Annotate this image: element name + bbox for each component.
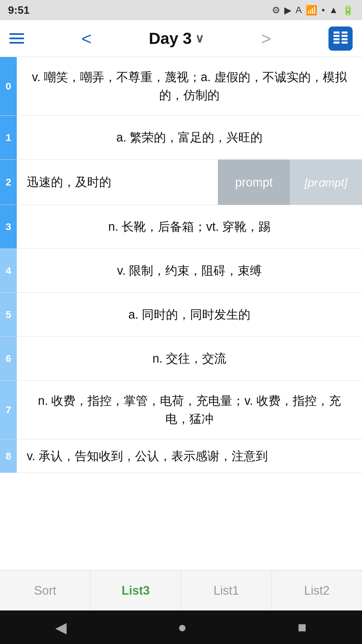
word-row[interactable]: 4 v. 限制，约束，阻碍，束缚: [0, 249, 362, 293]
battery-icon: 🔋: [342, 5, 354, 16]
signal-icon: ▲: [329, 5, 338, 15]
word-list: 0 v. 嘲笑，嘲弄，不尊重，蔑视；a. 虚假的，不诚实的，模拟的，仿制的 1 …: [0, 57, 362, 570]
chevron-down-icon: ∨: [195, 32, 204, 46]
word-index-1: 1: [0, 116, 17, 159]
svg-rect-5: [342, 35, 348, 37]
word-definition-3: n. 长靴，后备箱；vt. 穿靴，踢: [17, 205, 362, 249]
word-row[interactable]: 3 n. 长靴，后备箱；vt. 穿靴，踢: [0, 205, 362, 249]
status-icons: ⚙ ▶ A 📶 • ▲ 🔋: [272, 5, 354, 16]
popup-word-text: prompt: [218, 160, 290, 205]
back-button[interactable]: <: [81, 30, 92, 47]
android-nav-bar: ◀ ● ■: [0, 610, 362, 644]
word-definition-6: n. 交往，交流: [17, 337, 362, 380]
forward-button[interactable]: >: [261, 29, 271, 49]
status-bar: 9:51 ⚙ ▶ A 📶 • ▲ 🔋: [0, 0, 362, 20]
svg-rect-3: [334, 42, 340, 44]
dot-icon: •: [321, 5, 325, 15]
tab-list1[interactable]: List1: [181, 571, 272, 610]
word-row[interactable]: 6 n. 交往，交流: [0, 337, 362, 381]
word-row[interactable]: 0 v. 嘲笑，嘲弄，不尊重，蔑视；a. 虚假的，不诚实的，模拟的，仿制的: [0, 57, 362, 116]
grid-view-button[interactable]: [328, 26, 353, 51]
tab-list2[interactable]: List2: [272, 571, 362, 610]
tab-bar: Sort List3 List1 List2: [0, 570, 362, 610]
word-row[interactable]: 2 迅速的，及时的 prompt [prɑmpt]: [0, 160, 362, 205]
android-back-button[interactable]: ◀: [55, 619, 67, 636]
svg-rect-7: [342, 42, 348, 44]
word-index-2: 2: [0, 160, 17, 205]
nav-bar: < Day 3 ∨ >: [0, 20, 362, 57]
play-icon: ▶: [284, 5, 292, 16]
word-row[interactable]: 5 a. 同时的，同时发生的: [0, 293, 362, 337]
word-row[interactable]: 7 n. 收费，指控，掌管，电荷，充电量；v. 收费，指控，充电，猛冲: [0, 381, 362, 439]
svg-rect-2: [334, 38, 340, 40]
font-icon: A: [296, 5, 302, 15]
word-row[interactable]: 1 a. 繁荣的，富足的，兴旺的: [0, 116, 362, 160]
word-definition-5: a. 同时的，同时发生的: [17, 293, 362, 336]
word-definition-4: v. 限制，约束，阻碍，束缚: [17, 249, 362, 292]
word-index-5: 5: [0, 293, 17, 336]
svg-rect-0: [334, 32, 340, 34]
word-row-partial[interactable]: 8 v. 承认，告知收到，公认，表示感谢，注意到: [0, 439, 362, 473]
word-index-7: 7: [0, 381, 17, 439]
word-index-0: 0: [0, 57, 17, 115]
word-index-8: 8: [0, 439, 17, 473]
svg-rect-6: [342, 38, 348, 40]
day-title[interactable]: Day 3 ∨: [149, 29, 204, 48]
popup-phonetic-text: [prɑmpt]: [290, 160, 362, 205]
svg-rect-1: [334, 35, 340, 37]
day-title-text: Day 3: [149, 29, 192, 48]
word-definition-7: n. 收费，指控，掌管，电荷，充电量；v. 收费，指控，充电，猛冲: [17, 381, 362, 439]
menu-button[interactable]: [9, 33, 24, 44]
word-popup[interactable]: prompt [prɑmpt]: [218, 160, 362, 205]
svg-rect-4: [342, 32, 348, 34]
word-definition-1: a. 繁荣的，富足的，兴旺的: [17, 116, 362, 159]
settings-icon: ⚙: [272, 5, 280, 16]
word-definition-8: v. 承认，告知收到，公认，表示感谢，注意到: [17, 439, 362, 473]
word-index-3: 3: [0, 205, 17, 249]
tab-list3[interactable]: List3: [90, 571, 181, 610]
status-time: 9:51: [8, 4, 29, 16]
word-index-4: 4: [0, 249, 17, 292]
android-recent-button[interactable]: ■: [298, 619, 307, 636]
tab-sort[interactable]: Sort: [0, 571, 90, 610]
android-home-button[interactable]: ●: [178, 619, 187, 636]
word-index-6: 6: [0, 337, 17, 380]
word-definition-0: v. 嘲笑，嘲弄，不尊重，蔑视；a. 虚假的，不诚实的，模拟的，仿制的: [17, 57, 362, 115]
wifi-icon: 📶: [306, 5, 317, 16]
